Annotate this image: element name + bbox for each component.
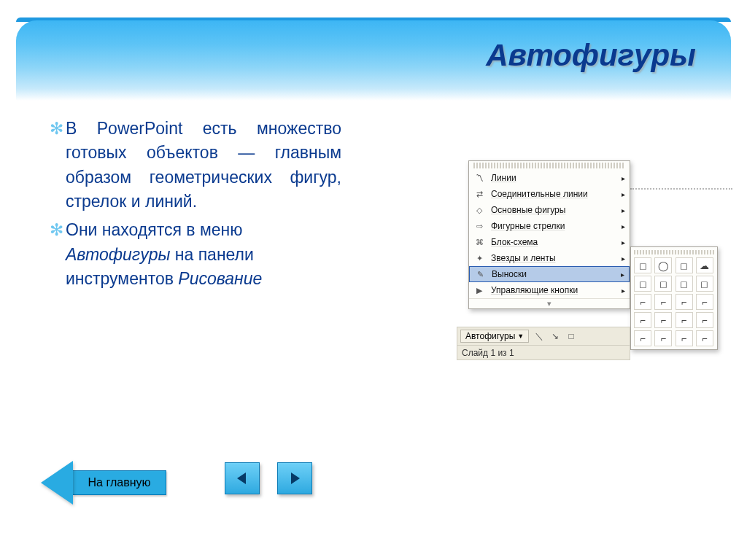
arrow-tool-icon[interactable]: ↘ bbox=[549, 330, 561, 342]
home-link-label: На главную bbox=[73, 470, 166, 495]
bullet-item: ✻ В PowerPoint есть множество готовых об… bbox=[50, 117, 341, 214]
prev-button[interactable] bbox=[225, 462, 260, 494]
submenu-arrow-icon: ▸ bbox=[621, 271, 624, 279]
drawing-toolbar: Автофигуры ▼ ＼ ↘ □ bbox=[457, 327, 630, 346]
callout-shape-cell[interactable]: ◯ bbox=[654, 257, 672, 273]
callout-shape-cell[interactable]: ⌐ bbox=[696, 312, 713, 328]
bullet-text: В PowerPoint есть множество готовых объе… bbox=[66, 117, 341, 214]
bullet-marker-icon: ✻ bbox=[50, 218, 66, 291]
submenu-arrow-icon: ▸ bbox=[622, 254, 625, 262]
lines-icon: 〽 bbox=[472, 172, 487, 184]
menu-item-action-buttons[interactable]: ▶Управляющие кнопки▸ bbox=[469, 282, 630, 298]
autoshapes-screenshot: 〽Линии▸⇄Соединительные линии▸◇Основные ф… bbox=[461, 144, 709, 385]
callout-shape-cell[interactable]: ◻ bbox=[676, 276, 693, 292]
basic-shapes-icon: ◇ bbox=[472, 204, 487, 216]
callout-shape-cell[interactable]: ⌐ bbox=[676, 330, 693, 346]
bullet-item: ✻ Они находятся в меню Автофигуры на пан… bbox=[50, 218, 341, 291]
callout-shape-cell[interactable]: ◻ bbox=[654, 276, 672, 292]
triangle-left-icon bbox=[234, 470, 250, 486]
menu-item-label: Соединительные линии bbox=[491, 189, 619, 199]
callouts-palette: ◻◯◻☁◻◻◻◻⌐⌐⌐⌐⌐⌐⌐⌐⌐⌐⌐⌐ bbox=[630, 246, 718, 350]
callout-shape-cell[interactable]: ◻ bbox=[634, 257, 651, 273]
callout-shape-cell[interactable]: ◻ bbox=[696, 276, 713, 292]
submenu-arrow-icon: ▸ bbox=[622, 287, 625, 295]
menu-item-label: Управляющие кнопки bbox=[491, 285, 619, 295]
svg-marker-1 bbox=[291, 472, 300, 484]
autoshapes-button[interactable]: Автофигуры ▼ bbox=[460, 330, 529, 343]
dropdown-caret-icon: ▼ bbox=[517, 332, 524, 340]
callout-shape-cell[interactable]: ◻ bbox=[676, 257, 693, 273]
submenu-arrow-icon: ▸ bbox=[622, 190, 625, 198]
rectangle-tool-icon[interactable]: □ bbox=[565, 330, 577, 342]
callout-shape-cell[interactable]: ⌐ bbox=[676, 312, 693, 328]
status-bar: Слайд 1 из 1 bbox=[457, 346, 630, 360]
menu-item-label: Выноски bbox=[492, 269, 618, 279]
callout-shape-cell[interactable]: ⌐ bbox=[634, 330, 651, 346]
menu-item-label: Блок-схема bbox=[491, 237, 619, 247]
triangle-right-icon bbox=[287, 470, 303, 486]
slide-title: Автофигуры bbox=[486, 38, 696, 73]
menu-item-stars[interactable]: ✦Звезды и ленты▸ bbox=[469, 250, 630, 266]
callout-shape-cell[interactable]: ⌐ bbox=[634, 312, 651, 328]
line-tool-icon[interactable]: ＼ bbox=[533, 330, 545, 342]
callout-shape-cell[interactable]: ⌐ bbox=[696, 294, 713, 310]
callout-shape-cell[interactable]: ⌐ bbox=[696, 330, 713, 346]
menu-item-block-arrows[interactable]: ⇨Фигурные стрелки▸ bbox=[469, 218, 630, 234]
submenu-arrow-icon: ▸ bbox=[622, 238, 625, 246]
bullet-text: Они находятся в меню Автофигуры на панел… bbox=[66, 218, 341, 291]
submenu-arrow-icon: ▸ bbox=[622, 222, 625, 230]
autoshapes-button-label: Автофигуры bbox=[465, 331, 515, 341]
nav-buttons bbox=[225, 462, 312, 494]
submenu-arrow-icon: ▸ bbox=[622, 206, 625, 214]
menu-item-flowchart[interactable]: ⌘Блок-схема▸ bbox=[469, 234, 630, 250]
home-link-arrow[interactable]: На главную bbox=[41, 461, 166, 505]
menu-item-callouts[interactable]: ✎Выноски▸ bbox=[469, 266, 630, 282]
next-button[interactable] bbox=[277, 462, 312, 494]
menu-item-label: Основные фигуры bbox=[491, 205, 619, 215]
menu-item-label: Звезды и ленты bbox=[491, 253, 619, 263]
svg-marker-0 bbox=[237, 472, 246, 484]
stars-icon: ✦ bbox=[472, 252, 487, 264]
callout-shape-cell[interactable]: ⌐ bbox=[654, 294, 672, 310]
callout-shape-cell[interactable]: ⌐ bbox=[676, 294, 693, 310]
action-buttons-icon: ▶ bbox=[472, 284, 487, 296]
submenu-arrow-icon: ▸ bbox=[622, 174, 625, 182]
menu-item-lines[interactable]: 〽Линии▸ bbox=[469, 170, 630, 186]
menu-expand-icon: ▾ bbox=[469, 298, 630, 308]
menu-item-label: Фигурные стрелки bbox=[491, 221, 619, 231]
menu-item-basic-shapes[interactable]: ◇Основные фигуры▸ bbox=[469, 202, 630, 218]
callout-shape-cell[interactable]: ⌐ bbox=[634, 294, 651, 310]
menu-item-connectors[interactable]: ⇄Соединительные линии▸ bbox=[469, 186, 630, 202]
callout-shape-cell[interactable]: ☁ bbox=[696, 257, 713, 273]
bullet-marker-icon: ✻ bbox=[50, 117, 66, 214]
menu-item-label: Линии bbox=[491, 173, 619, 183]
flowchart-icon: ⌘ bbox=[472, 236, 487, 248]
callouts-icon: ✎ bbox=[473, 268, 487, 280]
block-arrows-icon: ⇨ bbox=[472, 220, 487, 232]
arrow-head-icon bbox=[41, 461, 73, 505]
menu-grip-icon bbox=[473, 163, 625, 168]
autoshapes-menu: 〽Линии▸⇄Соединительные линии▸◇Основные ф… bbox=[468, 160, 630, 309]
palette-grip-icon bbox=[634, 250, 714, 254]
callout-shape-cell[interactable]: ◻ bbox=[634, 276, 651, 292]
callout-shape-cell[interactable]: ⌐ bbox=[654, 330, 672, 346]
dotted-guide bbox=[630, 188, 732, 190]
body-text: ✻ В PowerPoint есть множество готовых об… bbox=[50, 117, 341, 295]
callout-shape-cell[interactable]: ⌐ bbox=[654, 312, 672, 328]
connectors-icon: ⇄ bbox=[472, 188, 487, 200]
